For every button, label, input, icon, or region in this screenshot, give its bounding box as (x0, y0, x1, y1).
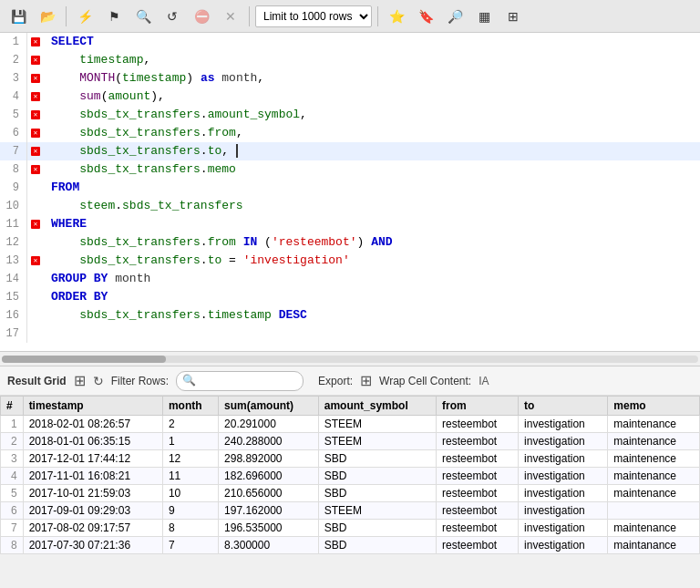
cell-5-1[interactable]: 2017-09-01 09:29:03 (23, 502, 162, 520)
result-grid-label: Result Grid (7, 375, 67, 387)
cell-2-7[interactable]: maintenence (608, 450, 700, 468)
cell-3-0[interactable]: 4 (1, 468, 24, 485)
cell-3-4[interactable]: SBD (318, 468, 436, 485)
cell-5-2[interactable]: 9 (162, 502, 218, 520)
cell-5-5[interactable]: resteembot (437, 502, 519, 520)
editor-scrollbar[interactable] (0, 352, 700, 366)
execute-button[interactable]: ⚡ (72, 5, 98, 28)
cell-4-2[interactable]: 10 (162, 485, 218, 502)
sql-editor[interactable]: 1 ✕ SELECT 2 ✕ timestamp, 3 ✕ MONTH(time… (0, 33, 700, 352)
execute-current-button[interactable]: ⚑ (101, 5, 127, 28)
export2-button[interactable]: ⊞ (500, 5, 526, 28)
cell-3-6[interactable]: investigation (519, 468, 608, 485)
limit-select[interactable]: Limit to 1000 rows Limit to 500 rows Don… (255, 5, 372, 27)
cell-5-6[interactable]: investigation (519, 502, 608, 520)
cell-6-2[interactable]: 8 (162, 520, 218, 537)
refresh-rows-button[interactable]: ↻ (93, 374, 104, 388)
cancel-button[interactable]: ✕ (218, 5, 243, 28)
cell-4-7[interactable]: maintenance (608, 485, 700, 502)
stop-button[interactable]: ⛔ (189, 5, 214, 28)
save-button[interactable]: 💾 (5, 5, 31, 28)
cell-3-1[interactable]: 2017-11-01 16:08:21 (23, 468, 162, 485)
star-button[interactable]: ⭐ (384, 5, 409, 28)
cell-0-7[interactable]: maintenance (608, 416, 700, 433)
wrap-toggle-button[interactable]: IA (479, 375, 489, 387)
result-table-wrap[interactable]: # timestamp month sum(amount) amount_sym… (0, 396, 700, 554)
cell-5-4[interactable]: STEEM (318, 502, 436, 520)
cell-7-5[interactable]: resteembot (437, 537, 519, 554)
cell-5-3[interactable]: 197.162000 (219, 502, 319, 520)
cell-1-5[interactable]: resteembot (437, 433, 519, 450)
cell-1-7[interactable]: maintenance (608, 433, 700, 450)
cell-7-0[interactable]: 8 (1, 537, 24, 554)
cell-0-6[interactable]: investigation (519, 416, 608, 433)
scroll-thumb[interactable] (2, 356, 166, 363)
cell-4-6[interactable]: investigation (519, 485, 608, 502)
cell-2-2[interactable]: 12 (162, 450, 218, 468)
cell-2-5[interactable]: resteembot (437, 450, 519, 468)
cell-3-5[interactable]: resteembot (437, 468, 519, 485)
cell-5-0[interactable]: 6 (1, 502, 24, 520)
col-header-to[interactable]: to (519, 397, 608, 416)
cell-2-3[interactable]: 298.892000 (219, 450, 319, 468)
cell-1-3[interactable]: 240.288000 (219, 433, 319, 450)
col-header-num[interactable]: # (1, 397, 24, 416)
cell-7-7[interactable]: maintanance (608, 537, 700, 554)
cell-7-4[interactable]: SBD (318, 537, 436, 554)
cell-2-6[interactable]: investigation (519, 450, 608, 468)
bookmark-button[interactable]: 🔖 (413, 5, 438, 28)
cell-7-6[interactable]: investigation (519, 537, 608, 554)
cell-6-0[interactable]: 7 (1, 520, 24, 537)
cell-2-4[interactable]: SBD (318, 450, 436, 468)
cell-6-3[interactable]: 196.535000 (219, 520, 319, 537)
cell-2-0[interactable]: 3 (1, 450, 24, 468)
cell-0-5[interactable]: resteembot (437, 416, 519, 433)
cell-1-6[interactable]: investigation (519, 433, 608, 450)
scroll-track[interactable] (2, 356, 698, 363)
cell-3-2[interactable]: 11 (162, 468, 218, 485)
cell-4-0[interactable]: 5 (1, 485, 24, 502)
cell-0-1[interactable]: 2018-02-01 08:26:57 (23, 416, 162, 433)
col-header-symbol[interactable]: amount_symbol (318, 397, 436, 416)
col-header-from[interactable]: from (437, 397, 519, 416)
cell-4-4[interactable]: SBD (318, 485, 436, 502)
cell-0-3[interactable]: 20.291000 (219, 416, 319, 433)
col-header-timestamp[interactable]: timestamp (23, 397, 162, 416)
cell-5-7[interactable] (608, 502, 700, 520)
refresh-button[interactable]: ↺ (160, 5, 185, 28)
table-row: 22018-01-01 06:35:151240.288000STEEMrest… (1, 433, 700, 450)
cell-1-2[interactable]: 1 (162, 433, 218, 450)
col-header-sum[interactable]: sum(amount) (219, 397, 319, 416)
cell-6-1[interactable]: 2017-08-02 09:17:57 (23, 520, 162, 537)
col-header-month[interactable]: month (162, 397, 218, 416)
cell-1-0[interactable]: 2 (1, 433, 24, 450)
line-2: 2 ✕ timestamp, (0, 51, 700, 69)
zoom-button[interactable]: 🔎 (442, 5, 468, 28)
cell-3-3[interactable]: 182.696000 (219, 468, 319, 485)
find-button[interactable]: 🔍 (130, 5, 156, 28)
cell-4-3[interactable]: 210.656000 (219, 485, 319, 502)
cell-0-2[interactable]: 2 (162, 416, 218, 433)
cell-4-5[interactable]: resteembot (437, 485, 519, 502)
cell-7-3[interactable]: 8.300000 (219, 537, 319, 554)
cell-1-4[interactable]: STEEM (318, 433, 436, 450)
grid-view-button[interactable]: ⊞ (74, 372, 86, 389)
cell-2-1[interactable]: 2017-12-01 17:44:12 (23, 450, 162, 468)
cell-1-1[interactable]: 2018-01-01 06:35:15 (23, 433, 162, 450)
cell-0-4[interactable]: STEEM (318, 416, 436, 433)
columns-button[interactable]: ▦ (471, 5, 497, 28)
result-panel: Result Grid ⊞ ↻ Filter Rows: 🔍 Export: ⊞… (0, 366, 700, 554)
cell-4-1[interactable]: 2017-10-01 21:59:03 (23, 485, 162, 502)
cell-3-7[interactable]: maintenance (608, 468, 700, 485)
table-row: 62017-09-01 09:29:039197.162000STEEMrest… (1, 502, 700, 520)
cell-6-5[interactable]: resteembot (437, 520, 519, 537)
cell-6-7[interactable]: maintenance (608, 520, 700, 537)
cell-6-6[interactable]: investigation (519, 520, 608, 537)
open-button[interactable]: 📂 (35, 5, 60, 28)
col-header-memo[interactable]: memo (608, 397, 700, 416)
cell-0-0[interactable]: 1 (1, 416, 24, 433)
cell-7-1[interactable]: 2017-07-30 07:21:36 (23, 537, 162, 554)
export-button[interactable]: ⊞ (360, 372, 372, 389)
cell-6-4[interactable]: SBD (318, 520, 436, 537)
cell-7-2[interactable]: 7 (162, 537, 218, 554)
